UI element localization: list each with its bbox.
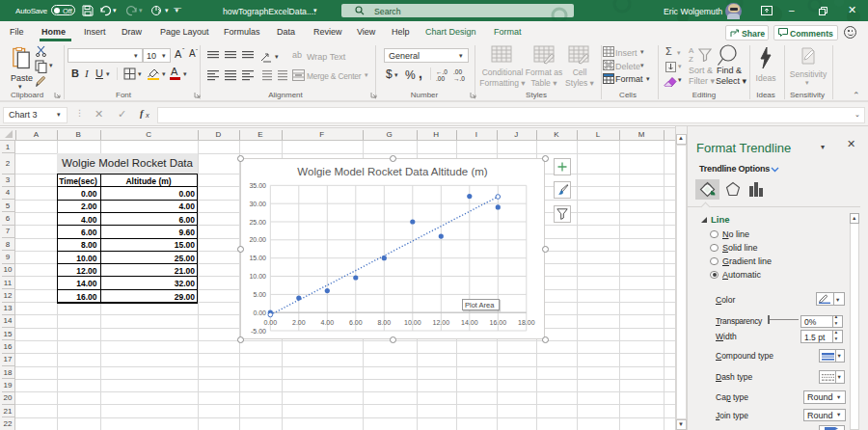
svg-text:-5.00: -5.00 [251, 328, 266, 335]
svg-text:4.00: 4.00 [320, 319, 334, 326]
svg-text:2.00: 2.00 [292, 319, 306, 326]
svg-text:12.00: 12.00 [433, 319, 450, 326]
svg-text:10.00: 10.00 [404, 319, 421, 326]
svg-text:8.00: 8.00 [377, 319, 391, 326]
svg-text:25.00: 25.00 [249, 219, 266, 226]
svg-text:30.00: 30.00 [249, 201, 266, 207]
svg-text:6.00: 6.00 [349, 319, 363, 326]
svg-text:Wolgie Model Rocket Data Altit: Wolgie Model Rocket Data Altitude (m) [297, 166, 487, 177]
svg-text:18.00: 18.00 [518, 319, 535, 326]
svg-text:16.00: 16.00 [490, 319, 507, 326]
svg-text:0.00: 0.00 [253, 309, 266, 316]
svg-text:35.00: 35.00 [249, 182, 266, 189]
svg-text:15.00: 15.00 [249, 255, 266, 261]
svg-text:5.00: 5.00 [253, 291, 266, 298]
svg-text:0.00: 0.00 [263, 319, 277, 326]
svg-text:14.00: 14.00 [461, 319, 478, 326]
svg-text:20.00: 20.00 [249, 236, 266, 243]
svg-text:10.00: 10.00 [249, 273, 266, 280]
